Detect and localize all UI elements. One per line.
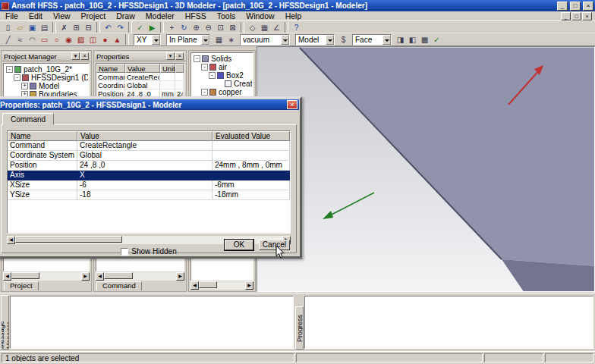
paste-icon[interactable]: ⊟ [83,22,94,33]
dialog-close-icon[interactable]: × [287,100,298,109]
draw-ellipse-icon[interactable]: ○ [51,34,62,45]
progress-tab[interactable]: Progress [295,306,304,350]
snap-icon[interactable]: ∗ [225,34,237,45]
draw-rectangle-icon[interactable]: ▭ [39,34,50,45]
copy-icon[interactable]: ⊞ [71,22,82,33]
tree-expander-icon[interactable]: - [201,64,208,71]
menu-item[interactable]: Window [241,11,279,21]
menu-item[interactable]: Draw [111,11,140,21]
ok-button[interactable]: OK [225,240,253,250]
fit-all-icon[interactable]: ⊠ [227,22,238,33]
face-combo[interactable]: Face [352,34,392,46]
tree-expander-icon[interactable]: - [194,55,200,62]
project-hscrollbar[interactable]: ◀ ▶ [3,272,90,281]
dialog-table-row[interactable]: Command CreateRectangle [8,141,290,151]
dialog-table-row[interactable]: XSize -6 -6mm [8,180,290,190]
mdi-close-icon[interactable]: × [582,12,592,20]
tree-item[interactable]: - HFSSDesign1 (DrivenModal) [5,74,88,82]
dialog-tab-command[interactable]: Command [2,113,54,125]
chevron-down-icon[interactable] [152,35,160,45]
zoom-out-icon[interactable]: ⊖ [203,22,214,33]
progress-panel[interactable] [304,296,593,349]
message-manager-panel[interactable] [10,296,294,349]
analyze-icon[interactable]: ▶ [146,22,158,33]
dialog-titlebar[interactable]: Properties: patch_10G_2 - HFSSDesign1 - … [0,99,299,110]
mdi-restore-icon[interactable]: □ [571,12,581,20]
tree-item[interactable]: + Model [5,82,88,90]
model-combo[interactable]: Model [295,34,335,46]
tree-expander-icon[interactable]: - [209,72,216,79]
material-dollar-icon[interactable]: $ [338,34,349,45]
scroll-right-icon[interactable]: ▶ [176,272,184,281]
dialog-table-row[interactable]: Axis X [8,171,290,180]
menu-item[interactable]: HFSS [180,11,212,21]
separator[interactable] [52,22,56,33]
redo-icon[interactable]: ↷ [115,22,126,33]
plane-combo[interactable]: XY [134,34,161,46]
cancel-button[interactable]: Cancel [259,240,290,250]
mesh-icon[interactable]: ▩ [419,34,430,45]
menu-item[interactable]: Project [76,11,112,21]
panel-menu-icon[interactable]: ▾ [71,52,80,60]
context-help-icon[interactable]: ? [291,22,302,33]
separator[interactable] [285,22,288,33]
draw-circle-icon[interactable]: ◉ [63,34,74,45]
scroll-left-icon[interactable]: ◀ [190,281,199,290]
dialog-table-row[interactable]: Coordinate System Global [8,151,290,161]
tree-item[interactable]: CreateBox [192,80,252,88]
panel-menu-icon[interactable]: ▾ [166,52,175,60]
tree-expander-icon[interactable]: + [21,83,28,89]
panel-close-icon[interactable]: × [175,52,184,60]
dialog-table-row[interactable]: Position 24 ,8 ,0 24mm , 8mm , 0mm [8,161,290,171]
tree-expander-icon[interactable]: - [14,74,20,81]
zoom-in-icon[interactable]: ⊕ [190,22,202,33]
draw-arc-icon[interactable]: ◠ [27,34,38,45]
scroll-right-icon[interactable]: ▶ [245,281,253,290]
draw-sphere-icon[interactable]: ● [99,34,111,45]
menu-item[interactable]: Help [280,11,307,21]
panel-close-icon[interactable]: × [80,52,89,60]
rotate-view-icon[interactable]: ↻ [178,22,190,33]
tree-item[interactable]: - patch_10G_2* [5,65,88,74]
mdi-minimize-icon[interactable]: _ [561,12,571,20]
chevron-down-icon[interactable] [326,35,334,45]
zoom-window-icon[interactable]: ⊡ [215,22,226,33]
solids-hscrollbar[interactable]: ◀ ▶ [190,281,253,290]
property-row[interactable]: Coordinate... Global [96,81,184,89]
draw-line-icon[interactable]: ╱ [2,34,14,45]
print-icon[interactable]: ▤ [39,22,50,33]
pan-icon[interactable]: + [166,22,178,33]
draw-cone-icon[interactable]: ▲ [112,34,123,45]
chevron-down-icon[interactable] [281,35,289,45]
cut-icon[interactable]: ✗ [58,22,70,33]
scroll-left-icon[interactable]: ◀ [96,272,104,281]
menu-item[interactable]: Modeler [140,11,180,21]
close-icon[interactable]: × [583,2,593,11]
scroll-left-icon[interactable]: ◀ [3,272,11,281]
chevron-down-icon[interactable] [382,35,391,45]
boundary-display-icon[interactable]: ◨ [395,34,406,45]
minimize-icon[interactable]: _ [557,2,568,11]
message-manager-tab[interactable]: Message Manager [1,295,9,350]
separator[interactable] [96,22,100,33]
menu-item[interactable]: Edit [24,11,48,21]
menu-item[interactable]: Tools [212,11,241,21]
scroll-left-icon[interactable]: ◀ [7,236,15,244]
separator[interactable] [160,22,164,33]
material-combo[interactable]: vacuum [240,34,290,46]
show-hidden-checkbox[interactable] [121,248,128,256]
separator[interactable] [128,22,132,33]
view-orientation-icon[interactable]: ◇ [247,22,258,33]
properties-hscrollbar[interactable]: ◀ ▶ [96,272,184,281]
separator[interactable] [125,34,129,45]
save-icon[interactable]: ▣ [27,22,38,33]
tab-project[interactable]: Project [4,281,39,290]
tree-item[interactable]: - Solids [192,55,252,63]
modeler-3d-viewport[interactable] [257,46,595,292]
excitation-icon[interactable]: ◧ [407,34,418,45]
open-folder-icon[interactable]: ▱ [14,22,26,33]
separator[interactable] [241,22,244,33]
grid-icon[interactable]: ▦ [213,34,225,45]
render-mode-icon[interactable]: ▦ [259,22,270,33]
check-icon[interactable]: ✓ [431,34,442,45]
